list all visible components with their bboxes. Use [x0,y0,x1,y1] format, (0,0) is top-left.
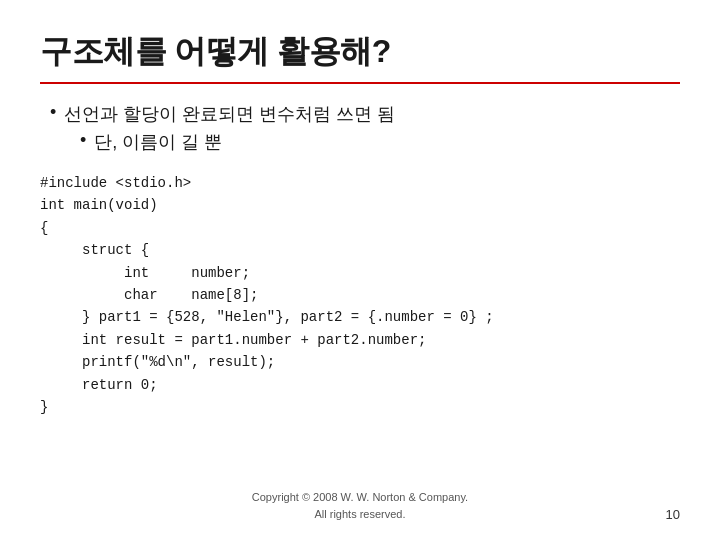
footer-line2: All rights reserved. [314,508,405,520]
code-line-7: } part1 = {528, "Helen"}, part2 = {.numb… [40,306,680,328]
page-number: 10 [666,507,680,522]
bullet-main-1-text: 선언과 할당이 완료되면 변수처럼 쓰면 됨 [64,102,395,126]
code-line-6: char name[8]; [40,284,680,306]
code-block: #include <stdio.h> int main(void) { stru… [40,172,680,418]
code-line-0: #include <stdio.h> [40,172,680,194]
bullet-sub-1-text: 단, 이름이 길 뿐 [94,130,222,154]
code-line-11: return 0; [40,374,680,396]
code-line-2: int main(void) [40,194,680,216]
bullets-section: 선언과 할당이 완료되면 변수처럼 쓰면 됨 단, 이름이 길 뿐 [40,102,680,154]
code-line-3: { [40,217,680,239]
slide-title: 구조체를 어떻게 활용해? [40,30,680,84]
code-line-12: } [40,396,680,418]
footer-line1: Copyright © 2008 W. W. Norton & Company. [252,491,468,503]
code-line-9: int result = part1.number + part2.number… [40,329,680,351]
footer-text: Copyright © 2008 W. W. Norton & Company.… [0,489,720,522]
code-line-4: struct { [40,239,680,261]
slide-container: 구조체를 어떻게 활용해? 선언과 할당이 완료되면 변수처럼 쓰면 됨 단, … [0,0,720,540]
bullet-main-1: 선언과 할당이 완료되면 변수처럼 쓰면 됨 [50,102,680,126]
bullet-sub-1: 단, 이름이 길 뿐 [80,130,680,154]
footer: Copyright © 2008 W. W. Norton & Company.… [0,489,720,522]
code-line-5: int number; [40,262,680,284]
code-line-10: printf("%d\n", result); [40,351,680,373]
